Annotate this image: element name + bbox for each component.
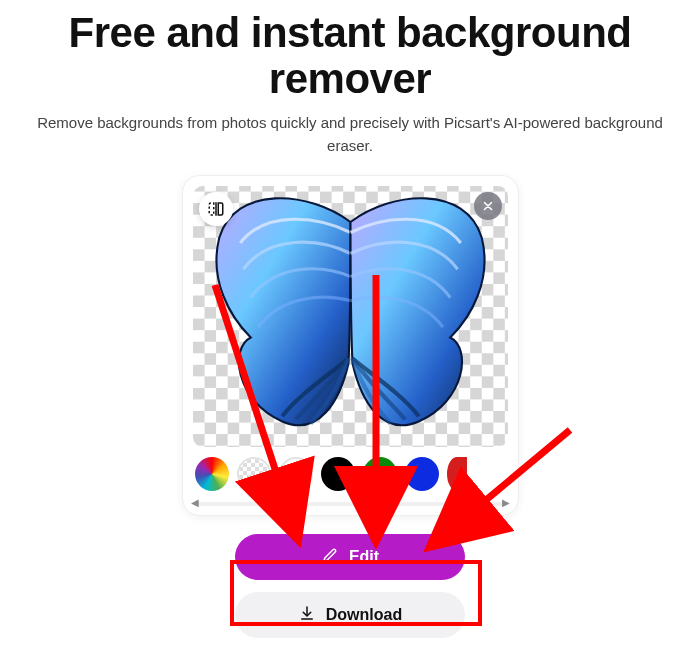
image-preview: [193, 186, 508, 447]
download-icon: [298, 604, 316, 626]
swatch-color-picker[interactable]: [195, 457, 229, 491]
action-buttons: Edit Download: [235, 534, 465, 638]
compare-icon: [207, 200, 225, 218]
edit-button-label: Edit: [349, 548, 379, 566]
compare-button[interactable]: [199, 192, 233, 226]
swatch-red[interactable]: [447, 457, 467, 491]
swatch-white[interactable]: [279, 457, 313, 491]
page-root: Free and instant background remover Remo…: [0, 0, 700, 647]
swatch-transparent[interactable]: [237, 457, 271, 491]
close-button[interactable]: [474, 192, 502, 220]
close-icon: [482, 200, 494, 212]
scrollbar-track: [193, 502, 508, 506]
page-title: Free and instant background remover: [20, 10, 680, 102]
download-button[interactable]: Download: [235, 592, 465, 638]
page-subtitle: Remove backgrounds from photos quickly a…: [20, 112, 680, 157]
scroll-right-icon[interactable]: ▶: [502, 497, 510, 508]
scroll-left-icon[interactable]: ◀: [191, 497, 199, 508]
svg-rect-7: [239, 459, 269, 489]
swatch-black[interactable]: [321, 457, 355, 491]
edit-button[interactable]: Edit: [235, 534, 465, 580]
download-button-label: Download: [326, 606, 402, 624]
swatch-blue[interactable]: [405, 457, 439, 491]
swatch-green[interactable]: [363, 457, 397, 491]
pencil-icon: [321, 546, 339, 568]
background-swatch-row: [193, 447, 508, 497]
editor-card: ◀ ▶: [182, 175, 519, 516]
swatch-scrollbar[interactable]: ◀ ▶: [193, 499, 508, 509]
